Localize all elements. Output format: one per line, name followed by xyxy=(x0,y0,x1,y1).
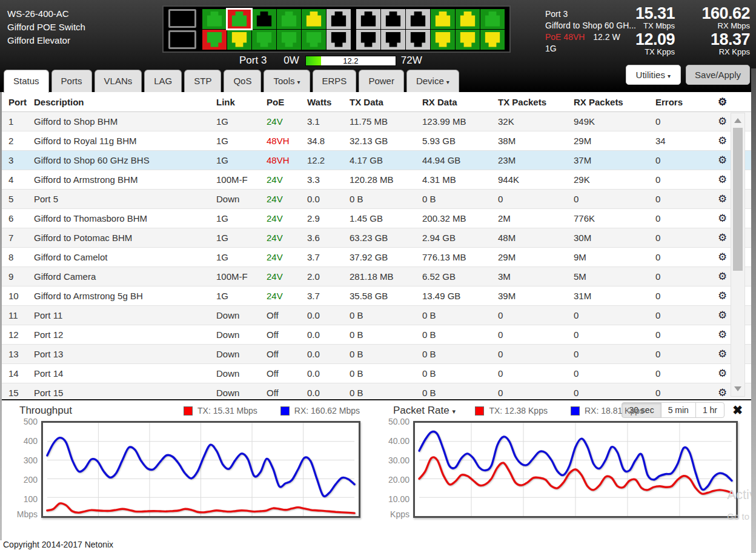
stat-tx-mbps: 15.31 TX Mbps xyxy=(619,5,675,30)
tab-erps[interactable]: ERPS xyxy=(313,70,357,92)
table-row-port-15[interactable]: 15Port 15DownOff0.00 B0 B000⚙ xyxy=(2,383,756,399)
port-indicator[interactable] xyxy=(302,9,326,29)
column-header-rx-packets: RX Packets xyxy=(574,97,655,107)
sfp-port[interactable] xyxy=(168,30,196,49)
column-header-description: Description xyxy=(34,97,216,107)
column-header-tx-packets: TX Packets xyxy=(498,97,574,107)
port-indicator[interactable] xyxy=(356,30,380,50)
port-settings-gear-icon[interactable]: ⚙ xyxy=(712,367,733,380)
port-indicator[interactable] xyxy=(456,9,480,29)
table-row-port-7[interactable]: 7Gifford to Potomac BHM1G24V3.663.23 GB2… xyxy=(2,228,756,248)
tab-power[interactable]: Power xyxy=(359,70,404,92)
cell-rx-packets: 5M xyxy=(574,271,655,282)
cell-watts: 2.9 xyxy=(307,213,350,224)
stat-rx-mbps: 160.62 RX Mbps xyxy=(683,5,750,30)
tab-vlans[interactable]: VLANs xyxy=(94,70,142,92)
y-axis-tick-label: 100 xyxy=(24,494,41,504)
cell-tx-packets: 0 xyxy=(498,329,574,340)
port-settings-gear-icon[interactable]: ⚙ xyxy=(712,348,733,360)
port-settings-gear-icon[interactable]: ⚙ xyxy=(712,231,733,244)
cell-description: Gifford to Royal 11g BHM xyxy=(34,136,216,146)
cell-rx-data: 2.94 GB xyxy=(422,233,498,243)
save-apply-button[interactable]: Save/Apply xyxy=(686,65,750,85)
poe-meter-max: 72W xyxy=(401,55,422,67)
table-row-port-4[interactable]: 4Gifford to Armstrong BHM100M-F24V3.3120… xyxy=(2,170,756,190)
column-header-poe: PoE xyxy=(267,97,307,107)
column-settings-gear-icon[interactable]: ⚙ xyxy=(712,96,733,108)
table-row-port-3[interactable]: 3Gifford to Shop 60 GHz BHS1G48VH12.24.1… xyxy=(2,151,756,170)
chart-packet-rate: Packet Rate▾TX: 12.38 KppsRX: 18.81 Kpps… xyxy=(379,400,747,518)
tab-device[interactable]: Device▾ xyxy=(406,70,459,92)
port-indicator[interactable] xyxy=(227,30,251,50)
tab-ports[interactable]: Ports xyxy=(51,70,92,92)
port-indicator[interactable] xyxy=(431,30,455,50)
port-indicator[interactable] xyxy=(252,9,276,29)
port-settings-gear-icon[interactable]: ⚙ xyxy=(712,154,733,167)
port-indicator[interactable] xyxy=(406,9,430,29)
scrollbar-thumb[interactable] xyxy=(733,128,743,271)
port-indicator[interactable] xyxy=(277,9,301,29)
port-indicator[interactable] xyxy=(456,30,480,50)
cell-rx-packets: 9M xyxy=(574,252,655,262)
port-indicator[interactable] xyxy=(381,9,405,29)
port-indicator[interactable] xyxy=(327,9,351,29)
table-row-port-12[interactable]: 12Port 12DownOff0.00 B0 B000⚙ xyxy=(2,325,756,345)
tab-status[interactable]: Status xyxy=(4,70,49,93)
port-indicator[interactable] xyxy=(277,30,301,50)
port-settings-gear-icon[interactable]: ⚙ xyxy=(712,134,733,147)
port-indicator[interactable] xyxy=(381,30,405,50)
device-model: WS-26-400-AC xyxy=(7,7,85,21)
tab-stp[interactable]: STP xyxy=(184,70,221,92)
table-row-port-1[interactable]: 1Gifford to Shop BHM1G24V3.111.75 MB123.… xyxy=(2,112,756,131)
table-row-port-10[interactable]: 10Gifford to Armstrong 5g BH1G24V3.735.5… xyxy=(2,286,756,306)
port-settings-gear-icon[interactable]: ⚙ xyxy=(712,290,733,302)
cell-rx-data: 44.94 GB xyxy=(422,155,498,165)
port-indicator[interactable] xyxy=(480,9,505,29)
port-settings-gear-icon[interactable]: ⚙ xyxy=(712,193,733,205)
port-settings-gear-icon[interactable]: ⚙ xyxy=(712,309,733,322)
port-indicator[interactable] xyxy=(202,9,227,29)
table-header-row: PortDescriptionLinkPoEWattsTX DataRX Dat… xyxy=(0,92,756,112)
port-indicator[interactable] xyxy=(327,30,351,50)
chart-title[interactable]: Packet Rate▾ xyxy=(393,405,456,417)
port-indicator[interactable] xyxy=(252,30,276,50)
port-settings-gear-icon[interactable]: ⚙ xyxy=(712,115,733,128)
cell-watts: 3.3 xyxy=(307,174,350,185)
scrollbar-up-arrow-icon[interactable] xyxy=(731,114,744,127)
table-row-port-13[interactable]: 13Port 13DownOff0.00 B0 B000⚙ xyxy=(2,345,756,364)
port-indicator-selected[interactable] xyxy=(227,9,251,29)
cell-poe: 24V xyxy=(267,252,307,262)
cell-errors: 0 xyxy=(655,233,712,243)
port-indicator[interactable] xyxy=(480,30,505,50)
table-row-port-14[interactable]: 14Port 14DownOff0.00 B0 B000⚙ xyxy=(2,364,756,383)
port-settings-gear-icon[interactable]: ⚙ xyxy=(712,251,733,263)
cell-port: 13 xyxy=(8,349,34,359)
tab-lag[interactable]: LAG xyxy=(144,70,182,92)
stat-rx-kpps: 18.37 RX Kpps xyxy=(683,31,750,56)
port-indicator[interactable] xyxy=(202,30,227,50)
table-row-port-9[interactable]: 9Gifford Camera100M-F24V2.0281.18 MB6.52… xyxy=(2,267,756,286)
table-row-port-8[interactable]: 8Gifford to Camelot1G24V3.737.92 GB776.1… xyxy=(2,248,756,267)
port-indicator[interactable] xyxy=(406,30,430,50)
table-row-port-6[interactable]: 6Gifford to Thomasboro BHM1G24V2.91.45 G… xyxy=(2,209,756,228)
table-row-port-11[interactable]: 11Port 11DownOff0.00 B0 B000⚙ xyxy=(2,306,756,325)
port-indicator[interactable] xyxy=(356,9,380,29)
cell-errors: 0 xyxy=(655,310,712,320)
table-row-port-2[interactable]: 2Gifford to Royal 11g BHM1G48VH34.832.13… xyxy=(2,131,756,151)
port-settings-gear-icon[interactable]: ⚙ xyxy=(712,328,733,341)
cell-tx-packets: 0 xyxy=(498,349,574,359)
port-settings-gear-icon[interactable]: ⚙ xyxy=(712,212,733,225)
port-settings-gear-icon[interactable]: ⚙ xyxy=(712,386,733,399)
utilities-dropdown-button[interactable]: Utilities ▾ xyxy=(626,65,681,85)
port-indicator[interactable] xyxy=(302,30,326,50)
port-indicator[interactable] xyxy=(431,9,455,29)
port-settings-gear-icon[interactable]: ⚙ xyxy=(712,270,733,283)
scrollbar-down-arrow-icon[interactable] xyxy=(731,383,744,395)
tab-qos[interactable]: QoS xyxy=(224,70,261,92)
table-scrollbar[interactable] xyxy=(731,113,745,397)
sfp-port[interactable] xyxy=(168,9,196,28)
table-row-port-5[interactable]: 5Port 5Down24V0.00 B0 B000⚙ xyxy=(2,190,756,209)
cell-errors: 34 xyxy=(655,136,712,146)
port-settings-gear-icon[interactable]: ⚙ xyxy=(712,173,733,186)
tab-tools[interactable]: Tools▾ xyxy=(264,70,310,92)
